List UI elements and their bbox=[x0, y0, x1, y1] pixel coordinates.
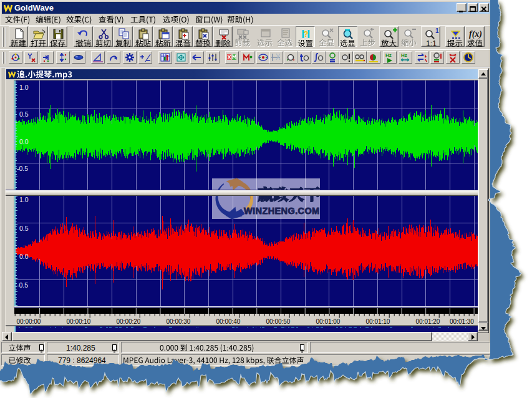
svg-text:00:01:10: 00:01:10 bbox=[366, 318, 390, 325]
svg-text:00:00:40: 00:00:40 bbox=[216, 318, 241, 325]
svg-text:1.0: 1.0 bbox=[19, 196, 29, 203]
svg-text:0.5: 0.5 bbox=[19, 110, 29, 118]
svg-text:1.0: 1.0 bbox=[19, 84, 29, 91]
svg-text:-0.5: -0.5 bbox=[17, 165, 28, 172]
svg-text:Hz: Hz bbox=[401, 52, 407, 58]
svg-text:00:01:20: 00:01:20 bbox=[416, 318, 440, 325]
svg-text:1: 1 bbox=[435, 27, 439, 34]
svg-text:00:00:50: 00:00:50 bbox=[266, 318, 291, 325]
svg-text:0.0: 0.0 bbox=[19, 253, 29, 260]
svg-text:0.0: 0.0 bbox=[19, 138, 29, 145]
svg-text:Hz: Hz bbox=[385, 52, 392, 58]
svg-text:00:00:30: 00:00:30 bbox=[167, 318, 191, 325]
svg-text:00:00:00: 00:00:00 bbox=[17, 318, 41, 325]
svg-text:0.5: 0.5 bbox=[19, 225, 29, 232]
svg-text:?: ? bbox=[304, 29, 309, 39]
svg-text:-0.5: -0.5 bbox=[17, 281, 28, 289]
svg-text:00:00:20: 00:00:20 bbox=[117, 318, 141, 325]
svg-text:00:00:10: 00:00:10 bbox=[67, 318, 91, 325]
svg-text:00:01:00: 00:01:00 bbox=[316, 318, 341, 325]
svg-text:00:01:30: 00:01:30 bbox=[450, 318, 474, 325]
svg-text:f(x): f(x) bbox=[469, 29, 482, 39]
